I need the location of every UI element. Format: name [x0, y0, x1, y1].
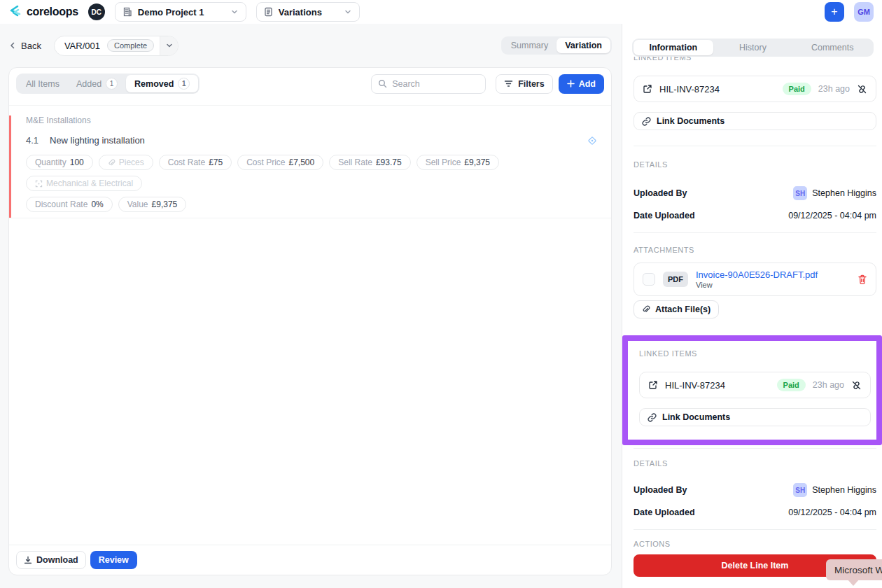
- view-toggle: Summary Variation: [501, 36, 612, 55]
- item-filter-tabs: All Items Added 1 Removed 1: [16, 74, 200, 94]
- pill-label: Quantity: [35, 158, 66, 167]
- linked-item-row[interactable]: HIL-INV-87234 Paid 23h ago: [634, 76, 876, 102]
- tab-removed-label: Removed: [134, 79, 174, 89]
- filters-label: Filters: [518, 79, 545, 89]
- app-logo: coreloops: [8, 5, 78, 19]
- search-input[interactable]: [392, 79, 479, 89]
- add-item-button[interactable]: Add: [559, 74, 604, 94]
- tab-removed-count: 1: [178, 78, 190, 90]
- main-area: Back VAR/001 Complete Summary Variation …: [0, 24, 622, 588]
- tab-removed[interactable]: Removed 1: [126, 75, 198, 92]
- tab-added-count: 1: [106, 78, 118, 90]
- back-label: Back: [21, 41, 41, 51]
- paid-badge: Paid: [777, 379, 806, 391]
- taskbar-tooltip-tail: [847, 579, 860, 586]
- pill-label: Discount Rate: [35, 200, 88, 209]
- add-label: Add: [579, 79, 596, 89]
- variation-ref-group[interactable]: VAR/001 Complete: [54, 36, 178, 56]
- linked-item-row[interactable]: HIL-INV-87234 Paid 23h ago: [639, 372, 871, 398]
- attach-files-label: Attach File(s): [655, 304, 710, 314]
- tab-added-label: Added: [76, 79, 102, 89]
- pill-value: £93.75: [376, 158, 402, 167]
- pill-row: Quantity 100 Pieces Cost Rate £75: [26, 155, 603, 191]
- tab-summary[interactable]: Summary: [503, 38, 556, 53]
- pill-label: Mechanical & Electrical: [46, 178, 133, 188]
- module-dropdown-value: Variations: [279, 7, 322, 18]
- details-title: DETAILS: [634, 160, 876, 169]
- document-icon: [264, 7, 273, 17]
- pill-value: 0%: [91, 200, 103, 209]
- trash-icon[interactable]: [858, 274, 867, 285]
- module-dropdown[interactable]: Variations: [256, 2, 360, 22]
- side-panel: LINKED ITEMS HIL-INV-87234 Paid 23h ago …: [622, 24, 882, 588]
- card-footer: Download Review: [9, 545, 611, 575]
- pill-sell-price: Sell Price £9,375: [416, 155, 499, 170]
- divider: [634, 232, 876, 233]
- link-documents-button[interactable]: Link Documents: [634, 112, 876, 130]
- date-uploaded-row: Date Uploaded 09/12/2025 - 04:04 pm: [634, 209, 876, 223]
- date-uploaded-value: 09/12/2025 - 04:04 pm: [788, 211, 876, 220]
- tab-history[interactable]: History: [713, 40, 793, 55]
- panel-body: LINKED ITEMS HIL-INV-87234 Paid 23h ago …: [622, 24, 882, 588]
- pill-value: £7,500: [289, 158, 315, 167]
- back-button[interactable]: Back: [8, 41, 41, 51]
- pill-quantity: Quantity 100: [26, 155, 93, 170]
- org-avatar[interactable]: DC: [88, 4, 105, 20]
- tab-all-items[interactable]: All Items: [18, 76, 68, 92]
- line-item-row[interactable]: 4.1 New lighting installation: [26, 135, 603, 146]
- chevron-down-icon[interactable]: [160, 36, 178, 55]
- uploaded-by-row: Uploaded By SH Stephen Higgins: [634, 186, 876, 200]
- line-item-title: New lighting installation: [50, 135, 145, 146]
- pill-value: £9,375: [464, 158, 490, 167]
- project-dropdown[interactable]: Demo Project 1: [115, 2, 246, 22]
- highlight-annotation-box: LINKED ITEMS HIL-INV-87234 Paid 23h ago …: [622, 335, 882, 445]
- download-button[interactable]: Download: [16, 551, 86, 569]
- external-link-icon[interactable]: [648, 380, 658, 390]
- pill-label: Sell Price: [426, 158, 461, 167]
- search-box: [371, 74, 486, 94]
- attach-files-button[interactable]: Attach File(s): [634, 300, 719, 318]
- variation-ref: VAR/001: [55, 41, 107, 51]
- tab-added[interactable]: Added 1: [68, 75, 126, 92]
- coreloops-logo-icon: [8, 5, 22, 19]
- unlink-icon[interactable]: [857, 84, 867, 94]
- review-button[interactable]: Review: [90, 551, 137, 569]
- group-title: M&E Installations: [26, 115, 603, 125]
- uploaded-by-value: SH Stephen Higgins: [793, 186, 876, 200]
- file-type-badge: PDF: [663, 272, 688, 287]
- attachment-filename-link[interactable]: Invoice-90A0E526-DRAFT.pdf: [696, 270, 818, 280]
- tab-comments[interactable]: Comments: [792, 40, 872, 55]
- uploaded-by-row: Uploaded By SH Stephen Higgins: [634, 483, 876, 497]
- target-diamond-icon[interactable]: [587, 136, 597, 146]
- card-toolbar: All Items Added 1 Removed 1: [9, 68, 611, 94]
- linked-item-time: 23h ago: [818, 84, 850, 94]
- tab-information[interactable]: Information: [634, 40, 713, 55]
- chevron-left-icon: [8, 41, 17, 50]
- attachment-checkbox[interactable]: [643, 273, 655, 286]
- pill-label: Pieces: [119, 158, 144, 167]
- pill-label: Cost Rate: [168, 158, 205, 167]
- status-badge: Complete: [107, 39, 154, 52]
- link-documents-label: Link Documents: [657, 116, 724, 126]
- date-uploaded-label: Date Uploaded: [634, 211, 695, 220]
- pill-value: Value £9,375: [118, 197, 187, 212]
- panel-tab-group: Information History Comments: [632, 38, 874, 57]
- uploaded-by-value: SH Stephen Higgins: [793, 483, 876, 497]
- tab-all-items-label: All Items: [26, 79, 59, 89]
- pill-label: Value: [127, 200, 148, 209]
- pill-trade: Mechanical & Electrical: [26, 176, 142, 191]
- external-link-icon[interactable]: [643, 84, 652, 94]
- attachment-view-link[interactable]: View: [696, 281, 818, 289]
- pill-pieces: Pieces: [99, 155, 153, 170]
- download-label: Download: [36, 555, 78, 565]
- variation-card: All Items Added 1 Removed 1: [8, 67, 612, 575]
- date-uploaded-row: Date Uploaded 09/12/2025 - 04:04 pm: [634, 505, 876, 519]
- tab-variation[interactable]: Variation: [556, 38, 610, 53]
- divider: [634, 529, 876, 530]
- link-documents-button[interactable]: Link Documents: [639, 408, 871, 426]
- filters-button[interactable]: Filters: [496, 74, 553, 94]
- download-icon: [24, 556, 32, 564]
- unlink-icon[interactable]: [851, 380, 862, 391]
- global-add-button[interactable]: +: [825, 2, 844, 22]
- user-avatar[interactable]: GM: [854, 2, 874, 22]
